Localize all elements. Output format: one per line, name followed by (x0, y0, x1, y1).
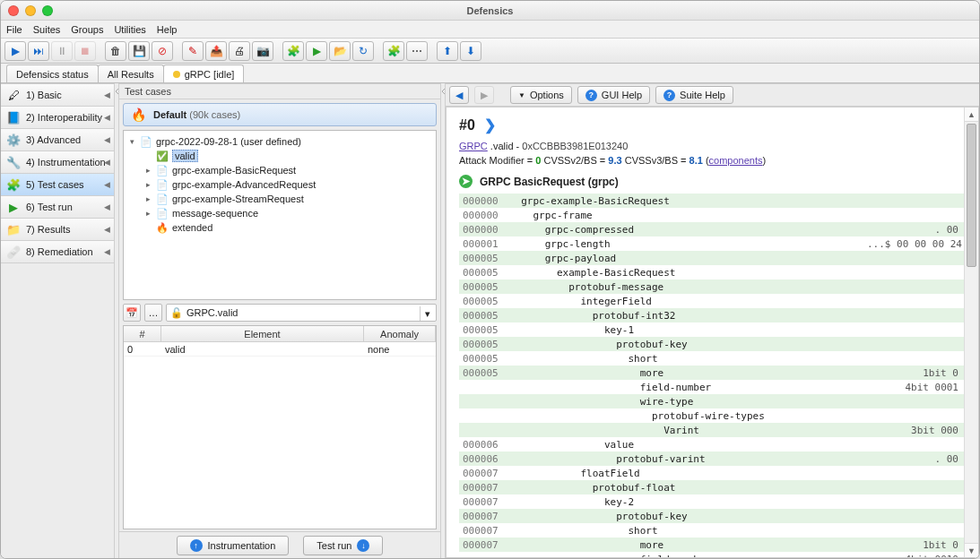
down-icon[interactable]: ⬇ (460, 41, 481, 61)
next-case-icon[interactable]: ❯ (484, 116, 496, 133)
sidebar-item-4[interactable]: 🧩5) Test cases◀ (1, 173, 114, 196)
struct-row[interactable]: 000007 more1bit 0 (459, 538, 966, 552)
struct-row[interactable]: 000005 example-BasicRequest (459, 265, 966, 280)
sidebar-item-1[interactable]: 📘2) Interoperability◀ (1, 106, 114, 129)
menu-suites[interactable]: Suites (33, 24, 61, 35)
struct-row[interactable]: 000006 protobuf-varint. 00 (459, 452, 966, 466)
sidebar-item-2[interactable]: ⚙️3) Advanced◀ (1, 128, 114, 151)
struct-row[interactable]: 000005 protobuf-message (459, 280, 966, 294)
trash-icon[interactable]: 🗑 (105, 41, 126, 61)
nav-back-icon[interactable]: ◀ (449, 86, 469, 104)
disclosure-icon[interactable]: ▸ (143, 194, 152, 203)
instrumentation-button[interactable]: ↑Instrumentation (177, 536, 290, 555)
menu-help[interactable]: Help (157, 24, 178, 35)
step-icon[interactable]: ⏭ (28, 41, 49, 61)
chevron-left-icon: ◀ (104, 113, 110, 122)
struct-row[interactable]: 000000 grpc-compressed. 00 (459, 222, 966, 236)
tab-defensics-status[interactable]: Defensics status (6, 64, 99, 82)
default-group-bar[interactable]: 🔥 Default (90k cases) (123, 103, 437, 126)
struct-row[interactable]: wire-type (459, 394, 966, 408)
struct-row[interactable]: 000007 short (459, 523, 966, 538)
struct-row[interactable]: 000005 protobuf-int32 (459, 308, 966, 322)
struct-tree[interactable]: 000000 grpc-example-BasicRequest000000 g… (459, 194, 966, 558)
menu-utilities[interactable]: Utilities (114, 24, 145, 35)
disclosure-icon[interactable]: ▸ (143, 166, 152, 175)
options-button[interactable]: ▼Options (510, 86, 572, 104)
refresh-icon[interactable]: ↻ (352, 41, 374, 61)
more-icon[interactable]: … (144, 304, 162, 322)
struct-row[interactable]: 000007 protobuf-float (459, 480, 966, 494)
export-icon[interactable]: 📤 (205, 41, 227, 61)
struct-row[interactable]: 000007 floatField (459, 466, 966, 480)
test-tree[interactable]: ▾📄grpc-2022-09-28-1 (user defined)✅valid… (123, 130, 437, 300)
chevron-down-icon[interactable]: ▾ (420, 306, 434, 321)
tree-row[interactable]: 🔥extended (126, 220, 434, 235)
up-icon[interactable]: ⬆ (437, 41, 458, 61)
tree-row[interactable]: ▸📄message-sequence (126, 206, 434, 220)
scroll-up-icon[interactable]: ▲ (965, 108, 978, 122)
components-link[interactable]: components (709, 155, 763, 166)
struct-row[interactable]: 000005 more1bit 0 (459, 366, 966, 380)
col-index[interactable]: # (124, 326, 161, 341)
struct-row[interactable]: 000005 short (459, 351, 966, 366)
struct-row[interactable]: 000000 grpc-example-BasicRequest (459, 194, 966, 208)
struct-row[interactable]: field-number4bit 0001 (459, 380, 966, 394)
play-icon[interactable]: ▶ (4, 41, 26, 61)
struct-row[interactable]: field-number4bit 0010 (459, 552, 966, 558)
struct-row[interactable]: 000005 key-1 (459, 322, 966, 337)
menu-file[interactable]: File (6, 24, 22, 35)
disclosure-icon[interactable]: ▾ (127, 137, 136, 146)
struct-row[interactable]: 000006 value (459, 437, 966, 452)
tab-all-results[interactable]: All Results (98, 64, 164, 82)
col-element[interactable]: Element (161, 326, 364, 341)
tree-row[interactable]: ▸📄grpc-example-StreamRequest (126, 192, 434, 206)
struct-row[interactable]: 000001 grpc-length...$ 00 00 00 24 (459, 236, 966, 251)
path-input[interactable]: 🔓 GRPC.valid ▾ (166, 304, 437, 322)
scroll-down-icon[interactable]: ▼ (965, 543, 978, 557)
node-icon: 🔥 (156, 222, 169, 234)
tree-row[interactable]: ✅valid (126, 149, 434, 163)
config-icon[interactable]: ⋯ (406, 41, 428, 61)
struct-row[interactable]: 000000 grpc-frame (459, 208, 966, 222)
scrollbar[interactable]: ▲ ▼ (964, 108, 978, 557)
struct-row[interactable]: Varint3bit 000 (459, 423, 966, 437)
testrun-button[interactable]: Test run↓ (303, 536, 383, 555)
save-icon[interactable]: 💾 (128, 41, 150, 61)
open-folder-icon[interactable]: 📂 (329, 41, 351, 61)
plugin-icon[interactable]: 🧩 (282, 41, 304, 61)
struct-row[interactable]: 000005 protobuf-key (459, 337, 966, 351)
sidebar-item-7[interactable]: 🩹8) Remediation◀ (1, 240, 114, 263)
tree-row[interactable]: ▸📄grpc-example-AdvancedRequest (126, 177, 434, 192)
col-anomaly[interactable]: Anomaly (364, 326, 436, 341)
sidebar-item-0[interactable]: 🖊1) Basic◀ (1, 83, 114, 107)
sidebar-item-3[interactable]: 🔧4) Instrumentation◀ (1, 150, 114, 174)
cancel-icon[interactable]: ⊘ (152, 41, 173, 61)
disclosure-icon[interactable]: ▸ (143, 209, 152, 218)
edit-icon[interactable]: ✎ (182, 41, 204, 61)
calendar-icon[interactable]: 📅 (123, 304, 141, 322)
tree-row[interactable]: ▸📄grpc-example-BasicRequest (126, 163, 434, 177)
menu-groups[interactable]: Groups (71, 24, 103, 35)
struct-row[interactable]: protobuf-wire-types (459, 408, 966, 423)
chevron-left-icon: ◀ (104, 90, 110, 99)
node-icon: 📄 (156, 179, 169, 191)
tab-grpc[interactable]: gRPC [idle] (163, 64, 245, 82)
gui-help-button[interactable]: ?GUI Help (577, 86, 650, 104)
struct-row[interactable]: 000007 protobuf-key (459, 509, 966, 523)
disclosure-icon[interactable]: ▸ (143, 180, 152, 189)
scroll-thumb[interactable] (967, 124, 976, 267)
run-green-icon[interactable]: ▶ (306, 41, 327, 61)
suite-help-button[interactable]: ?Suite Help (655, 86, 733, 104)
sidebar-item-6[interactable]: 📁7) Results◀ (1, 218, 114, 241)
struct-row[interactable]: 000005 integerField (459, 294, 966, 308)
sidebar-item-5[interactable]: ▶6) Test run◀ (1, 195, 114, 219)
struct-row[interactable]: 000007 key-2 (459, 494, 966, 509)
print-icon[interactable]: 🖨 (229, 41, 250, 61)
sidebar-icon: 📁 (6, 222, 21, 236)
table-row[interactable]: 0validnone (124, 342, 436, 357)
tree-row[interactable]: ▾📄grpc-2022-09-28-1 (user defined) (126, 134, 434, 149)
grpc-link[interactable]: GRPC (459, 141, 488, 151)
addon-icon[interactable]: 🧩 (383, 41, 404, 61)
camera-icon[interactable]: 📷 (252, 41, 273, 61)
struct-row[interactable]: 000005 grpc-payload (459, 251, 966, 265)
